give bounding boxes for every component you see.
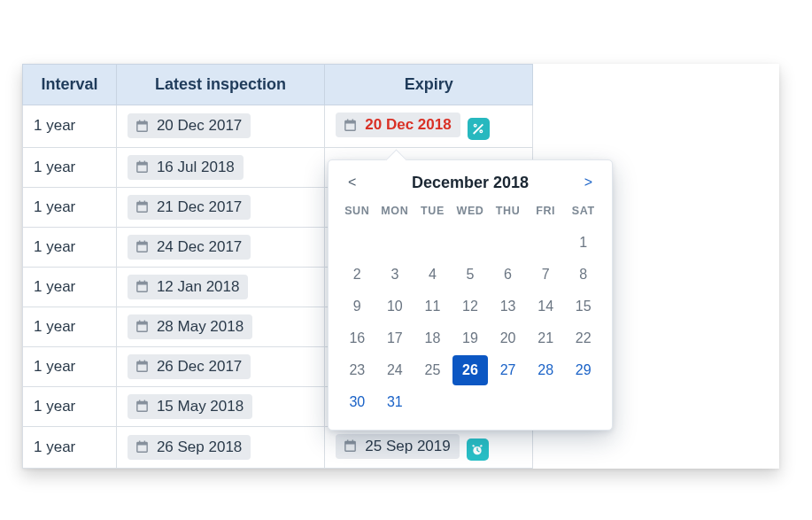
cell-interval: 1 year [23,426,117,469]
day-cell[interactable]: 22 [565,323,601,353]
day-empty [528,228,564,258]
day-empty [490,228,526,258]
date-chip[interactable]: 16 Jul 2018 [128,155,244,180]
cell-interval: 1 year [23,307,117,346]
day-cell[interactable]: 11 [414,291,451,322]
calendar-icon [343,118,358,133]
date-picker-popover: < December 2018 > SUNMONTUEWEDTHUFRISAT1… [328,159,613,431]
dow-label: WED [452,199,489,226]
date-text: 26 Sep 2018 [157,439,242,456]
cell-latest: 21 Dec 2017 [116,187,324,227]
day-cell[interactable]: 2 [339,260,375,290]
datepicker-title: December 2018 [412,174,529,192]
dow-label: FRI [528,199,564,226]
day-cell[interactable]: 28 [528,355,564,385]
cell-latest: 20 Dec 2017 [116,105,324,148]
date-chip[interactable]: 24 Dec 2017 [128,235,251,260]
calendar-icon [135,439,150,454]
date-text: 16 Jul 2018 [157,159,235,176]
day-cell[interactable]: 12 [452,291,489,322]
cell-latest: 16 Jul 2018 [116,147,324,187]
cell-interval: 1 year [23,386,117,426]
dow-label: SUN [339,199,375,226]
next-month-button[interactable]: > [579,173,598,192]
date-chip[interactable]: 15 May 2018 [128,394,252,419]
day-cell[interactable]: 14 [528,291,564,322]
cell-expiry: 25 Sep 2019 [325,426,533,469]
day-cell[interactable]: 20 [490,323,526,353]
date-chip[interactable]: 25 Sep 2019 [336,434,459,459]
calendar-icon [135,279,150,294]
day-empty [414,228,451,258]
date-chip[interactable]: 20 Dec 2018 [336,113,460,137]
day-cell[interactable]: 25 [414,355,451,385]
date-text: 15 May 2018 [157,398,244,415]
date-chip[interactable]: 12 Jan 2018 [128,275,249,299]
calendar-icon [135,239,150,254]
cell-interval: 1 year [23,187,117,227]
cell-interval: 1 year [23,346,117,386]
day-cell[interactable]: 10 [377,291,414,322]
cell-interval: 1 year [23,105,117,148]
date-chip[interactable]: 28 May 2018 [128,314,252,339]
percent-icon [468,118,490,140]
date-text: 20 Dec 2018 [365,116,451,134]
day-cell[interactable]: 31 [377,387,414,417]
table-row: 1 year20 Dec 201720 Dec 2018 [23,105,533,148]
cell-latest: 26 Dec 2017 [116,346,324,386]
col-interval: Interval [23,65,117,105]
day-cell[interactable]: 29 [565,355,601,385]
cell-expiry: 20 Dec 2018 [325,105,533,148]
calendar-icon [135,319,150,334]
day-cell[interactable]: 7 [528,260,564,290]
date-text: 12 Jan 2018 [157,278,240,296]
day-empty [377,228,414,258]
cell-latest: 26 Sep 2018 [116,426,324,469]
date-text: 25 Sep 2019 [365,438,450,455]
date-text: 24 Dec 2017 [157,238,242,256]
prev-month-button[interactable]: < [343,173,361,192]
date-text: 21 Dec 2017 [157,198,242,216]
day-cell[interactable]: 13 [490,291,526,322]
day-cell[interactable]: 3 [377,260,414,290]
day-empty [452,228,489,258]
calendar-icon [343,439,358,454]
cell-latest: 28 May 2018 [116,307,324,346]
day-cell[interactable]: 24 [377,355,414,385]
table-row: 1 year26 Sep 201825 Sep 2019 [23,426,533,469]
day-cell[interactable]: 26 [452,355,489,385]
day-cell[interactable]: 6 [490,260,526,290]
clock-icon [467,439,489,461]
cell-latest: 12 Jan 2018 [116,267,324,307]
day-cell[interactable]: 17 [377,323,414,353]
date-chip[interactable]: 20 Dec 2017 [128,113,251,138]
day-cell[interactable]: 21 [528,323,564,353]
day-cell[interactable]: 9 [339,291,375,322]
date-text: 20 Dec 2017 [157,117,242,135]
dow-label: TUE [414,199,451,226]
date-chip[interactable]: 26 Dec 2017 [128,354,251,379]
day-cell[interactable]: 30 [339,387,375,417]
day-cell[interactable]: 1 [565,228,601,258]
date-chip[interactable]: 21 Dec 2017 [128,195,251,220]
calendar-icon [135,199,150,214]
day-cell[interactable]: 4 [414,260,451,290]
date-text: 28 May 2018 [157,318,244,336]
cell-latest: 15 May 2018 [116,386,324,426]
date-chip[interactable]: 26 Sep 2018 [128,435,251,460]
day-cell[interactable]: 27 [490,355,526,385]
day-cell[interactable]: 15 [565,291,601,322]
day-cell[interactable]: 8 [565,260,601,290]
calendar-icon [135,159,150,175]
day-cell[interactable]: 5 [452,260,489,290]
day-cell[interactable]: 18 [414,323,451,353]
col-latest: Latest inspection [116,65,324,105]
date-text: 26 Dec 2017 [157,358,242,376]
day-cell[interactable]: 23 [339,355,375,385]
cell-interval: 1 year [23,227,117,267]
calendar-icon [135,119,150,134]
day-cell[interactable]: 16 [339,323,375,353]
day-cell[interactable]: 19 [452,323,489,353]
datepicker-grid: SUNMONTUEWEDTHUFRISAT1234567891011121314… [339,199,601,417]
dow-label: THU [490,199,526,226]
